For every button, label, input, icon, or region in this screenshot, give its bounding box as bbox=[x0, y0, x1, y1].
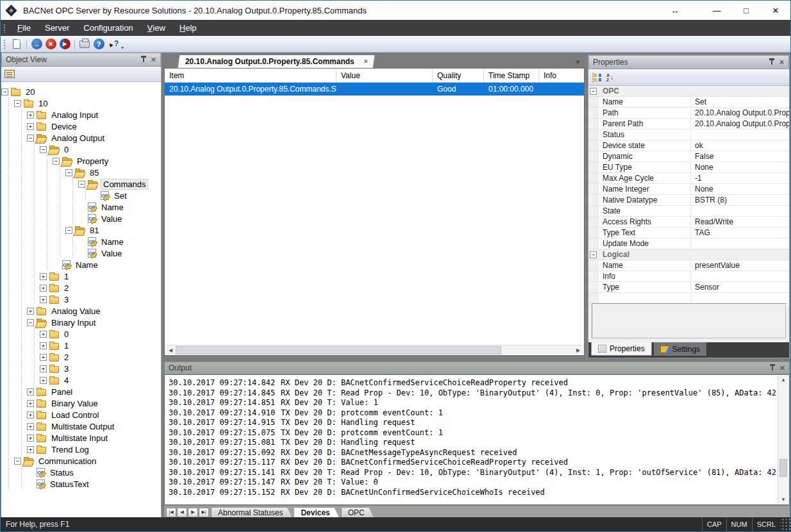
table-row[interactable]: 20.10.Analog Output.0.Property.85.Comman… bbox=[165, 83, 584, 96]
expand-icon[interactable]: + bbox=[27, 112, 34, 119]
property-category[interactable]: −Logical bbox=[588, 249, 789, 260]
tree-item[interactable]: +2 bbox=[1, 282, 161, 294]
expand-icon[interactable]: + bbox=[27, 308, 34, 315]
property-value[interactable]: -1 bbox=[691, 174, 789, 183]
property-value[interactable]: ok bbox=[691, 141, 789, 150]
menu-file[interactable]: File bbox=[10, 20, 38, 36]
toolbar-grip[interactable] bbox=[3, 39, 6, 49]
about-button[interactable] bbox=[92, 37, 106, 51]
tree-item[interactable]: Status bbox=[1, 467, 161, 478]
expand-icon[interactable]: + bbox=[40, 365, 47, 372]
property-value[interactable]: Sensor bbox=[691, 283, 789, 292]
close-icon[interactable] bbox=[779, 364, 785, 372]
tab-list-dropdown-icon[interactable]: ▼ bbox=[575, 59, 585, 68]
tab-settings[interactable]: Settings bbox=[654, 342, 706, 356]
tree-item[interactable]: −81 bbox=[1, 224, 161, 236]
expand-icon[interactable]: + bbox=[40, 331, 47, 338]
tree-item[interactable]: StatusText bbox=[1, 478, 161, 490]
tree-item[interactable]: −Property bbox=[1, 155, 161, 167]
stop-server-button[interactable] bbox=[44, 37, 58, 51]
tree-item[interactable]: +1 bbox=[1, 340, 161, 351]
tree-item[interactable]: −20 bbox=[1, 86, 161, 97]
column-header-time-stamp[interactable]: Time Stamp bbox=[484, 69, 539, 82]
expand-icon[interactable]: + bbox=[27, 411, 34, 419]
collapse-icon[interactable]: − bbox=[1, 88, 8, 96]
tree-item[interactable]: +3 bbox=[1, 363, 161, 374]
collapse-icon[interactable]: − bbox=[78, 181, 85, 188]
start-server-button[interactable] bbox=[29, 37, 44, 51]
scroll-right-icon[interactable]: ▶ bbox=[573, 347, 583, 353]
collapse-icon[interactable]: − bbox=[53, 158, 60, 165]
tree-item[interactable]: +Device bbox=[1, 121, 161, 132]
property-value[interactable]: 20.10.Analog Output.0.Prope... bbox=[691, 108, 789, 117]
resize-grip[interactable] bbox=[780, 517, 790, 531]
minimize-button[interactable]: — bbox=[702, 1, 731, 20]
pin-icon[interactable] bbox=[771, 60, 774, 65]
tree-item[interactable]: −0 bbox=[1, 144, 161, 155]
vscroll-thumb[interactable] bbox=[779, 459, 787, 477]
tree-item[interactable]: −Binary Input bbox=[1, 317, 161, 328]
context-help-button[interactable] bbox=[106, 37, 120, 51]
close-button[interactable]: ✕ bbox=[761, 1, 790, 20]
new-document-button[interactable] bbox=[10, 37, 24, 51]
expand-icon[interactable]: + bbox=[40, 354, 47, 361]
tree-item[interactable]: −10 bbox=[1, 97, 161, 109]
tree-item[interactable]: +0 bbox=[1, 328, 161, 340]
expand-icon[interactable]: + bbox=[27, 435, 34, 442]
property-row[interactable]: EU TypeNone bbox=[588, 162, 789, 173]
property-value[interactable]: BSTR (8) bbox=[691, 195, 789, 204]
property-category[interactable]: −OPC bbox=[588, 86, 789, 97]
prev-tab-icon[interactable]: ◀ bbox=[177, 508, 187, 517]
tree-item[interactable]: Name bbox=[1, 201, 161, 213]
scroll-down-icon[interactable]: ▼ bbox=[778, 497, 788, 503]
menu-help[interactable]: Help bbox=[172, 20, 204, 36]
column-header-value[interactable]: Value bbox=[337, 69, 433, 82]
property-row[interactable]: DynamicFalse bbox=[588, 151, 789, 162]
vertical-scrollbar[interactable]: ▲ ▼ bbox=[778, 376, 788, 504]
property-row[interactable]: Status bbox=[588, 129, 789, 140]
expand-icon[interactable]: + bbox=[40, 285, 47, 292]
tree-item[interactable]: Set bbox=[1, 190, 161, 201]
property-row[interactable]: NamepresentValue bbox=[588, 260, 789, 271]
close-icon[interactable] bbox=[151, 56, 156, 64]
restore-arrows-icon[interactable]: ↔ bbox=[662, 1, 688, 20]
tree-item[interactable]: Value bbox=[1, 247, 161, 259]
property-row[interactable]: Type TextTAG bbox=[588, 228, 789, 238]
menu-configuration[interactable]: Configuration bbox=[76, 20, 140, 36]
property-value[interactable]: 20.10.Analog Output.0.Prope... bbox=[691, 119, 789, 128]
property-row[interactable]: Path20.10.Analog Output.0.Prope... bbox=[588, 108, 789, 119]
property-row[interactable]: NameSet bbox=[588, 97, 789, 108]
collapse-icon[interactable]: − bbox=[14, 100, 21, 107]
scroll-up-icon[interactable]: ▲ bbox=[778, 377, 788, 383]
menubar-grip[interactable] bbox=[3, 24, 6, 33]
column-header-quality[interactable]: Quality bbox=[433, 69, 484, 82]
tree-item[interactable]: +Multistate Output bbox=[1, 420, 161, 432]
first-tab-icon[interactable]: |◀ bbox=[166, 508, 176, 517]
property-row[interactable]: State bbox=[588, 206, 789, 217]
property-row[interactable]: Update Mode bbox=[588, 238, 789, 249]
collapse-icon[interactable]: − bbox=[590, 251, 597, 258]
horizontal-scrollbar[interactable]: ◀ ▶ bbox=[165, 345, 583, 354]
expand-icon[interactable]: + bbox=[40, 342, 47, 349]
document-tab[interactable]: 20.10.Analog Output.0.Property.85.Comman… bbox=[178, 54, 376, 68]
tree-item[interactable]: Value bbox=[1, 213, 161, 224]
menu-server[interactable]: Server bbox=[38, 20, 76, 36]
collapse-icon[interactable]: − bbox=[65, 227, 72, 234]
expand-icon[interactable]: + bbox=[40, 296, 47, 303]
print-button[interactable] bbox=[78, 37, 92, 51]
property-row[interactable]: Native DatatypeBSTR (8) bbox=[588, 195, 789, 206]
property-row[interactable]: TypeSensor bbox=[588, 282, 789, 293]
tree-item[interactable]: Name bbox=[1, 236, 161, 247]
tree-item[interactable]: +4 bbox=[1, 374, 161, 386]
tree-item[interactable]: +Trend Log bbox=[1, 444, 161, 455]
toolbar-overflow-icon[interactable]: ▾ bbox=[121, 45, 124, 52]
tree-item[interactable]: +3 bbox=[1, 294, 161, 305]
expand-icon[interactable]: + bbox=[27, 123, 34, 130]
tab-close-icon[interactable]: ✕ bbox=[363, 58, 369, 65]
expand-icon[interactable]: + bbox=[27, 388, 34, 395]
tree-item[interactable]: −Communication bbox=[1, 455, 161, 467]
expand-icon[interactable]: + bbox=[40, 273, 47, 280]
tree-item[interactable]: +Panel bbox=[1, 386, 161, 397]
close-icon[interactable] bbox=[779, 58, 785, 67]
tree-item[interactable]: +Binary Value bbox=[1, 397, 161, 409]
